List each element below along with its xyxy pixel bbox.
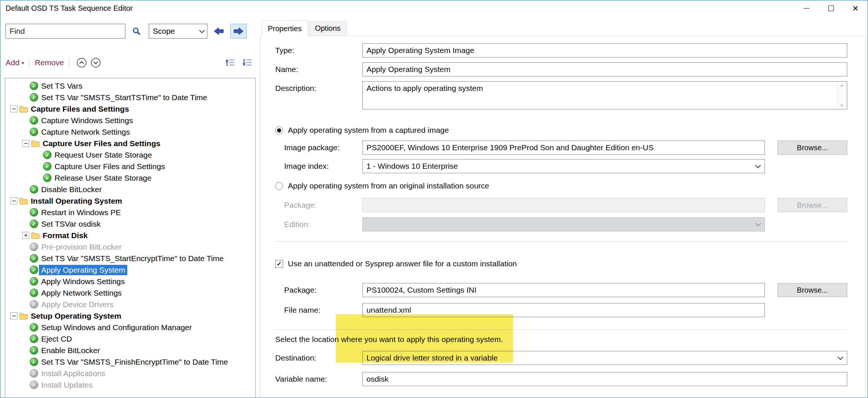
find-previous-button[interactable]	[211, 24, 227, 39]
step-success-icon: ✓	[30, 254, 38, 263]
radio-original-source[interactable]	[275, 182, 283, 190]
group-folder-icon	[19, 105, 28, 113]
type-label: Type:	[275, 46, 362, 55]
tree-item[interactable]: −Capture User Files and Settings	[5, 138, 255, 149]
radio-original-source-label: Apply operating system from an original …	[288, 181, 489, 190]
tree-item-label: Enable BitLocker	[39, 345, 102, 356]
tree-item-label: Set TS Var "SMSTS_StartEncryptTime" to D…	[39, 253, 226, 264]
tree-item[interactable]: ✓Set TS Vars	[5, 80, 255, 92]
tree-item[interactable]: ✓Eject CD	[5, 333, 255, 345]
tree-item-label: Apply Device Drivers	[39, 299, 116, 310]
tree-item[interactable]: −Setup Operating System	[5, 310, 255, 322]
toolbar-divider	[29, 58, 30, 68]
image-index-value: 1 - Windows 10 Enterprise	[366, 162, 458, 171]
image-index-select[interactable]: 1 - Windows 10 Enterprise	[362, 159, 765, 173]
add-button-label: Add	[6, 58, 19, 67]
tree-item[interactable]: −Capture Files and Settings	[5, 103, 255, 115]
scroll-up-icon[interactable]: ▲	[840, 83, 844, 87]
tree-item[interactable]: −Install Operating System	[5, 195, 255, 207]
chevron-down-circle-icon	[91, 57, 101, 68]
destination-select[interactable]: Logical drive letter stored in a variabl…	[362, 351, 847, 365]
image-package-browse-button[interactable]: Browse...	[777, 141, 847, 155]
tree-item[interactable]: ✓Release User State Storage	[5, 172, 255, 184]
tree-item-label: Eject CD	[39, 334, 74, 344]
name-field[interactable]	[362, 62, 847, 76]
group-folder-icon	[19, 312, 28, 320]
chevron-down-icon	[838, 354, 844, 360]
task-sequence-editor-window: Default OSD TS Task Sequence Editor ✕ Sc…	[0, 0, 868, 398]
step-success-icon: ✓	[30, 335, 38, 343]
tree-item-label: Format Disk	[40, 230, 90, 241]
search-icon	[132, 27, 141, 36]
remove-button[interactable]: Remove	[35, 58, 64, 67]
step-disabled-icon: ✓	[30, 369, 38, 378]
chevron-up-circle-icon	[76, 57, 87, 68]
tree-item[interactable]: ✓Capture Windows Settings	[5, 115, 255, 126]
name-row: Name:	[275, 62, 847, 76]
find-input[interactable]	[6, 24, 125, 39]
tree-item[interactable]: ✓Install Applications	[5, 368, 255, 379]
tree-item[interactable]: +Format Disk	[5, 230, 255, 241]
tree-item-label: Set TS Var "SMSTS_FinishEncryptTime" to …	[39, 357, 230, 367]
collapse-all-button[interactable]	[223, 56, 239, 69]
expand-node-icon[interactable]: +	[22, 232, 29, 239]
radio-captured-image[interactable]	[275, 126, 283, 134]
tree-item[interactable]: ✓Install Updates	[5, 379, 255, 391]
tree-item[interactable]: ✓Request User State Storage	[5, 149, 255, 161]
tree-item[interactable]: ✓Set TS Var "SMSTS_FinishEncryptTime" to…	[5, 356, 255, 368]
tree-item[interactable]: ✓Apply Device Drivers	[5, 299, 255, 310]
collapse-node-icon[interactable]: −	[22, 140, 29, 147]
collapse-node-icon[interactable]: −	[10, 105, 17, 112]
destination-value: Logical drive letter stored in a variabl…	[366, 353, 498, 362]
image-package-label: Image package:	[275, 143, 362, 152]
close-button[interactable]: ✕	[843, 0, 868, 16]
chevron-down-icon: ▾	[22, 60, 24, 66]
image-package-field[interactable]	[362, 141, 765, 155]
scope-select[interactable]: Scope	[149, 24, 207, 39]
tree-item[interactable]: ✓Set TS Var "SMSTS_StartTSTime" to Date …	[5, 92, 255, 103]
scroll-down-icon[interactable]: ▼	[840, 103, 844, 108]
tree-item-label: Capture Windows Settings	[39, 115, 135, 126]
tree-item-label: Install Applications	[39, 368, 108, 379]
file-name-field[interactable]	[362, 303, 765, 317]
tree-item-label: Apply Windows Settings	[39, 276, 127, 287]
close-icon: ✕	[852, 4, 859, 12]
step-success-icon: ✓	[43, 162, 52, 171]
tree-item[interactable]: ✓Restart in Windows PE	[5, 207, 255, 218]
tree-item[interactable]: ✓Setup Windows and Configuration Manager	[5, 322, 255, 333]
minimize-button[interactable]	[794, 0, 819, 16]
add-button[interactable]: Add ▾	[6, 58, 24, 67]
chevron-down-icon	[755, 220, 761, 226]
tree-item[interactable]: ✓Set TSVar osdisk	[5, 218, 255, 230]
tree-item[interactable]: ✓Apply Network Settings	[5, 287, 255, 299]
unattend-package-field[interactable]	[362, 283, 765, 297]
expand-all-button[interactable]	[240, 56, 256, 69]
collapse-node-icon[interactable]: −	[10, 312, 17, 319]
tree-item[interactable]: ✓Capture User Files and Settings	[5, 161, 255, 172]
maximize-button[interactable]	[819, 0, 843, 16]
tree-item[interactable]: ✓Set TS Var "SMSTS_StartEncryptTime" to …	[5, 253, 255, 264]
move-up-button[interactable]	[76, 57, 88, 69]
search-button[interactable]	[129, 24, 144, 39]
move-down-button[interactable]	[90, 57, 102, 69]
tree-item[interactable]: ✓Apply Windows Settings	[5, 276, 255, 287]
tree-item[interactable]: ✓Pre-provision BitLocker	[5, 241, 255, 253]
description-field[interactable]: Actions to apply operating system ▲ ▼	[362, 81, 847, 109]
tree-item[interactable]: ✓Capture Network Settings	[5, 126, 255, 138]
tree-item[interactable]: ✓Enable BitLocker	[5, 345, 255, 356]
tree-item-label: Set TS Vars	[39, 81, 85, 91]
tab-properties[interactable]: Properties	[262, 20, 308, 36]
tree-item[interactable]: ✓Apply Operating System	[5, 264, 255, 276]
step-success-icon: ✓	[30, 128, 38, 136]
arrow-left-icon	[214, 27, 224, 36]
tab-options[interactable]: Options	[309, 21, 347, 36]
find-next-button[interactable]	[230, 24, 247, 39]
unattend-package-browse-button[interactable]: Browse...	[777, 283, 847, 297]
description-scrollbar[interactable]: ▲ ▼	[837, 82, 846, 109]
unattend-checkbox[interactable]: ✓	[275, 260, 283, 268]
variable-name-field[interactable]	[362, 372, 847, 386]
tree-item[interactable]: ✓Disable BitLocker	[5, 184, 255, 195]
type-field[interactable]	[362, 43, 847, 57]
collapse-node-icon[interactable]: −	[10, 197, 17, 204]
step-success-icon: ✓	[30, 277, 38, 286]
